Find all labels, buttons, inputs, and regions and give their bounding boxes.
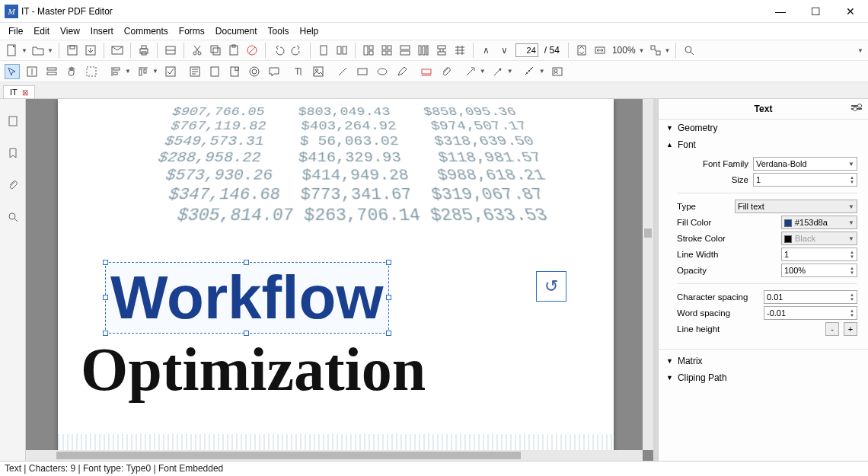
resize-handle[interactable] [103, 260, 108, 265]
select-area-icon[interactable] [84, 64, 99, 79]
highlight-icon[interactable] [419, 64, 434, 79]
cut-icon[interactable] [190, 43, 205, 58]
dropdown-icon[interactable]: ▼ [507, 68, 513, 75]
ellipse-tool-icon[interactable] [375, 64, 390, 79]
note-icon[interactable] [187, 64, 203, 79]
resize-handle[interactable] [244, 260, 249, 265]
actual-size-icon[interactable] [648, 43, 663, 58]
menu-help[interactable]: Help [295, 24, 324, 38]
dropdown-icon[interactable]: ▼ [21, 47, 27, 54]
line-height-plus[interactable]: + [844, 322, 857, 336]
two-page-icon[interactable] [334, 43, 349, 58]
text-object[interactable]: Optimization [81, 335, 426, 404]
dropdown-icon[interactable]: ▼ [152, 68, 158, 75]
comment-icon[interactable] [266, 64, 282, 79]
type-select[interactable]: Fill text▼ [735, 200, 857, 213]
line-height-minus[interactable]: - [825, 322, 839, 336]
dropdown-icon[interactable]: ▼ [47, 47, 53, 54]
dropdown-icon[interactable]: ▼ [665, 47, 671, 54]
section-clipping-path[interactable]: ▼Cliping Path [659, 369, 868, 386]
bookmark-page-icon[interactable] [227, 64, 242, 79]
checkbox-icon[interactable] [163, 64, 178, 79]
section-font[interactable]: ▲Font [659, 136, 868, 153]
single-page-icon[interactable] [316, 43, 331, 58]
bookmarks-icon[interactable] [6, 146, 20, 160]
menu-comments[interactable]: Comments [119, 24, 174, 38]
selected-text-object[interactable]: Workflow [105, 262, 389, 334]
select-tool-icon[interactable] [5, 64, 20, 79]
save-icon[interactable] [65, 43, 80, 58]
fit-page-icon[interactable] [574, 43, 589, 58]
minimize-button[interactable]: — [763, 0, 798, 23]
horizontal-scrollbar[interactable] [26, 450, 643, 461]
print-icon[interactable] [136, 43, 152, 58]
tab-it[interactable]: IT ⊠ [3, 85, 35, 98]
section-matrix[interactable]: ▼Matrix [659, 353, 868, 369]
paste-icon[interactable] [226, 43, 241, 58]
align-left-icon[interactable] [108, 64, 123, 79]
font-family-select[interactable]: Verdana-Bold▼ [753, 157, 857, 171]
prev-page-icon[interactable]: ∧ [479, 43, 494, 58]
resize-handle[interactable] [103, 295, 108, 300]
maximize-button[interactable]: ☐ [798, 0, 833, 23]
text-tool-icon[interactable]: T [291, 64, 306, 79]
link-tool-icon[interactable] [463, 64, 478, 79]
next-page-icon[interactable]: ∨ [497, 43, 512, 58]
layout6-icon[interactable] [452, 43, 468, 58]
canvas-area[interactable]: $907,766.05 $803,049.43 $858,095.36 $767… [26, 99, 653, 461]
size-input[interactable]: 1▲▼ [753, 173, 857, 187]
align-top-icon[interactable] [136, 64, 151, 79]
email-icon[interactable] [110, 43, 125, 58]
stroke-color-select[interactable]: Black▼ [781, 232, 857, 245]
rect-tool-icon[interactable] [355, 64, 370, 79]
copy-icon[interactable] [208, 43, 223, 58]
char-spacing-input[interactable]: 0.01▲▼ [764, 290, 857, 304]
stamp-icon[interactable] [247, 64, 262, 79]
hand-tool-icon[interactable] [64, 64, 79, 79]
fill-color-select[interactable]: #153d8a▼ [781, 216, 857, 229]
arrow-tool-icon[interactable] [490, 64, 506, 79]
new-file-icon[interactable] [5, 43, 20, 58]
menu-edit[interactable]: Edit [28, 24, 55, 38]
layout4-icon[interactable] [416, 43, 431, 58]
word-spacing-input[interactable]: -0.01▲▼ [764, 306, 857, 320]
menu-document[interactable]: Document [210, 24, 263, 38]
scroll-thumb[interactable] [56, 452, 521, 459]
pencil-tool-icon[interactable] [394, 64, 410, 79]
open-file-icon[interactable] [30, 43, 46, 58]
layout5-icon[interactable] [434, 43, 449, 58]
scan-icon[interactable] [163, 43, 178, 58]
edit-forms-icon[interactable] [44, 64, 59, 79]
fit-width-icon[interactable] [592, 43, 608, 58]
resize-handle[interactable] [386, 295, 391, 300]
document-page[interactable]: $907,766.05 $803,049.43 $858,095.36 $767… [58, 99, 614, 457]
dropdown-icon[interactable]: ▼ [539, 68, 545, 75]
image-tool-icon[interactable] [311, 64, 326, 79]
close-button[interactable]: ✕ [833, 0, 868, 23]
page-number-input[interactable] [515, 43, 538, 57]
menu-view[interactable]: View [55, 24, 85, 38]
scroll-thumb[interactable] [644, 228, 652, 238]
search-icon[interactable] [681, 43, 697, 58]
page-icon[interactable] [207, 64, 222, 79]
layout3-icon[interactable] [397, 43, 413, 58]
vertical-scrollbar[interactable] [643, 99, 653, 450]
attachments-icon[interactable] [6, 178, 20, 192]
panel-settings-icon[interactable] [851, 105, 862, 110]
layout1-icon[interactable] [361, 43, 376, 58]
line-width-input[interactable]: 1▲▼ [781, 248, 857, 261]
sign-icon[interactable] [550, 64, 565, 79]
layout2-icon[interactable] [379, 43, 394, 58]
opacity-input[interactable]: 100%▲▼ [781, 264, 857, 277]
menu-file[interactable]: File [3, 24, 28, 38]
measure-icon[interactable] [522, 64, 538, 79]
menu-forms[interactable]: Forms [174, 24, 210, 38]
resize-handle[interactable] [386, 260, 391, 265]
zoom-label[interactable]: 100% [611, 45, 637, 56]
attach-icon[interactable] [439, 64, 454, 79]
tab-close-icon[interactable]: ⊠ [22, 88, 28, 97]
edit-text-icon[interactable] [24, 64, 40, 79]
undo-icon[interactable] [271, 43, 286, 58]
dropdown-icon[interactable]: ▼ [639, 47, 645, 54]
thumbnails-icon[interactable] [6, 114, 20, 128]
